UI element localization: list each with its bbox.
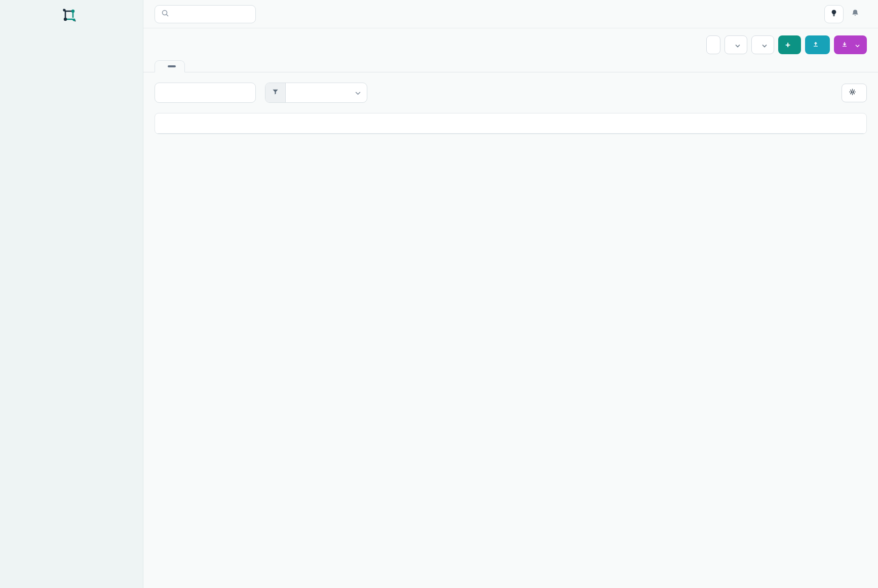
results-count-badge	[168, 65, 176, 67]
netbox-logo-icon	[60, 6, 79, 26]
hide-depth-indicators-button[interactable]	[706, 35, 720, 54]
brand	[0, 0, 143, 31]
add-button[interactable]: +	[778, 35, 801, 54]
export-dropdown[interactable]	[834, 35, 867, 54]
gear-icon	[849, 88, 856, 97]
tab-results[interactable]	[155, 60, 185, 72]
bell-icon	[851, 9, 860, 20]
configure-table-button[interactable]	[842, 84, 867, 102]
table-toolbar	[143, 72, 878, 103]
saved-filter-select[interactable]	[265, 83, 367, 103]
prefixes-table	[155, 113, 867, 134]
funnel-icon	[272, 88, 279, 98]
quick-search-input[interactable]	[161, 89, 249, 97]
max-depth-dropdown[interactable]	[724, 35, 747, 54]
table-header-row	[155, 113, 866, 134]
tab-filters[interactable]	[185, 62, 203, 72]
tab-bar	[143, 54, 878, 72]
theme-toggle-button[interactable]	[824, 5, 844, 23]
filter-select-value[interactable]	[286, 83, 367, 102]
global-search[interactable]	[155, 5, 256, 23]
quick-search[interactable]	[155, 83, 256, 103]
import-button[interactable]	[805, 35, 830, 54]
main-content: +	[143, 0, 878, 588]
filter-button[interactable]	[265, 83, 286, 102]
page-header: +	[143, 28, 878, 54]
chevron-down-icon	[762, 41, 767, 49]
search-input[interactable]	[174, 10, 249, 18]
notifications-button[interactable]	[851, 9, 860, 20]
chevron-down-icon	[855, 41, 860, 49]
max-length-dropdown[interactable]	[751, 35, 774, 54]
plus-icon: +	[785, 41, 790, 49]
lightbulb-icon	[830, 9, 838, 19]
chevron-down-icon	[355, 88, 361, 97]
topbar	[143, 0, 878, 28]
sidebar	[0, 0, 143, 588]
upload-icon	[812, 41, 819, 49]
search-icon	[161, 9, 169, 19]
chevron-down-icon	[735, 41, 740, 49]
download-icon	[841, 41, 848, 49]
